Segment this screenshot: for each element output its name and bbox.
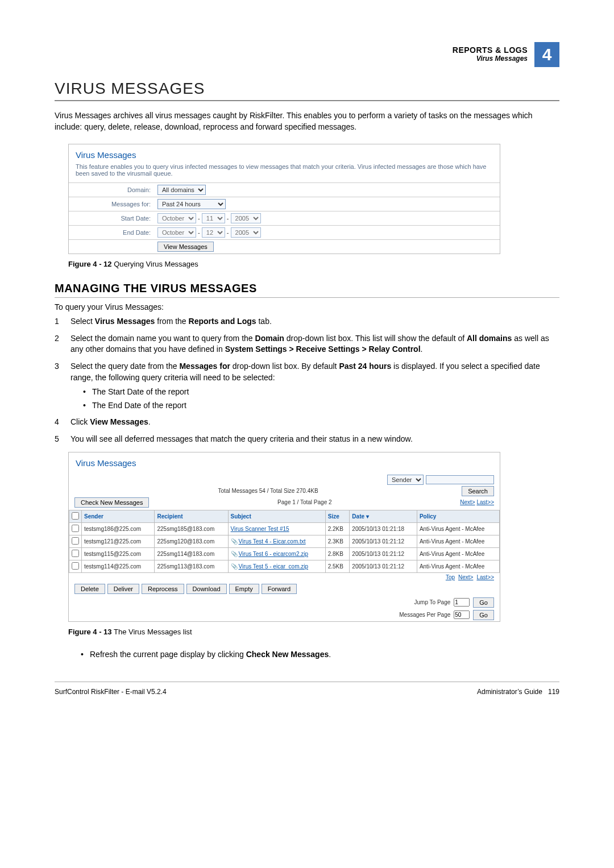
pager-top-link[interactable]: Top — [446, 574, 455, 580]
domain-label: Domain: — [69, 183, 154, 197]
jump-page-input[interactable] — [454, 598, 470, 607]
cell-size: 2.2KB — [325, 522, 350, 535]
page-title: VIRUS MESSAGES — [55, 80, 559, 101]
section-subtitle: MANAGING THE VIRUS MESSAGES — [55, 282, 559, 298]
page-header: REPORTS & LOGS Virus Messages 4 — [55, 45, 559, 80]
chapter-number-badge: 4 — [534, 42, 559, 67]
cell-recipient: 225smg185@183.com — [155, 522, 228, 535]
view-messages-button[interactable]: View Messages — [157, 242, 214, 252]
totals-text: Total Messages 54 / Total Size 270.4KB — [218, 488, 318, 494]
cell-date: 2005/10/13 01:21:18 — [350, 522, 417, 535]
header-subsection: Virus Messages — [453, 55, 528, 63]
row-checkbox[interactable] — [72, 537, 79, 545]
perpage-label: Messages Per Page — [399, 612, 450, 618]
jump-label: Jump To Page — [414, 599, 451, 605]
figure-caption-1: Figure 4 - 12 Querying Virus Messages — [68, 260, 559, 268]
lead-paragraph: Virus Messages archives all virus messag… — [55, 110, 559, 132]
pager-next-link-2[interactable]: Next> — [458, 574, 473, 580]
startdate-year-select[interactable]: 2005 — [231, 213, 261, 223]
refresh-note: Refresh the current page display by clic… — [81, 650, 559, 659]
delete-button[interactable]: Delete — [74, 584, 105, 594]
forward-button[interactable]: Forward — [262, 584, 297, 594]
step-5: You will see all deferred messages that … — [55, 434, 559, 445]
query-panel: Virus Messages This feature enables you … — [68, 144, 500, 254]
cell-subject: Virus Scanner Test #15 — [228, 522, 325, 535]
search-input[interactable] — [426, 475, 494, 484]
table-row: testsmg186@225.com225smg185@183.comVirus… — [69, 522, 500, 535]
step-4: Click View Messages. — [55, 417, 559, 428]
col-date[interactable]: Date ▾ — [350, 510, 417, 522]
cell-policy: Anti-Virus Agent - McAfee — [417, 535, 499, 547]
col-subject[interactable]: Subject — [228, 510, 325, 522]
sort-icon: ▾ — [366, 513, 369, 520]
table-row: testsmg114@225.com225smg113@183.comVirus… — [69, 560, 500, 572]
download-button[interactable]: Download — [186, 584, 227, 594]
step-2: Select the domain name you want to query… — [55, 333, 559, 355]
domain-select[interactable]: All domains — [157, 185, 206, 195]
figure-caption-2: Figure 4 - 13 The Virus Messages list — [68, 628, 559, 636]
step-3-bullet-2: The End Date of the report — [83, 400, 559, 412]
messagesfor-label: Messages for: — [69, 197, 154, 211]
cell-recipient: 225smg114@183.com — [155, 547, 228, 560]
enddate-year-select[interactable]: 2005 — [231, 227, 261, 238]
list-panel: Virus Messages Sender Total Messages 54 … — [68, 452, 500, 622]
steps-intro: To query your Virus Messages: — [55, 302, 559, 312]
search-button[interactable]: Search — [462, 486, 494, 496]
cell-subject: Virus Test 4 - Eicar.com.txt — [228, 535, 325, 547]
check-new-messages-button[interactable]: Check New Messages — [74, 497, 149, 508]
empty-button[interactable]: Empty — [229, 584, 259, 594]
step-1: Select Virus Messages from the Reports a… — [55, 316, 559, 327]
subject-link[interactable]: Virus Scanner Test #15 — [231, 526, 289, 532]
pager-last-link-2[interactable]: Last>> — [476, 574, 494, 580]
messages-table: Sender Recipient Subject Size Date ▾ Pol… — [69, 510, 500, 573]
cell-recipient: 225smg113@183.com — [155, 560, 228, 572]
step-3-bullet-1: The Start Date of the report — [83, 387, 559, 398]
startdate-day-select[interactable]: 11 — [202, 213, 225, 223]
row-checkbox[interactable] — [72, 550, 79, 557]
page-info: Page 1 / Total Page 2 — [277, 499, 331, 505]
jump-go-button[interactable]: Go — [473, 597, 494, 608]
col-sender[interactable]: Sender — [82, 510, 155, 522]
cell-policy: Anti-Virus Agent - McAfee — [417, 547, 499, 560]
header-section: REPORTS & LOGS — [453, 45, 528, 55]
col-policy[interactable]: Policy — [417, 510, 499, 522]
col-size[interactable]: Size — [325, 510, 350, 522]
row-checkbox[interactable] — [72, 525, 79, 532]
row-checkbox[interactable] — [72, 562, 79, 570]
perpage-go-button[interactable]: Go — [473, 610, 494, 620]
search-field-select[interactable]: Sender — [387, 475, 424, 485]
attachment-icon — [231, 538, 239, 545]
deliver-button[interactable]: Deliver — [107, 584, 139, 594]
step-3: Select the query date from the Messages … — [55, 361, 559, 411]
startdate-month-select[interactable]: October — [157, 213, 196, 223]
reprocess-button[interactable]: Reprocess — [142, 584, 184, 594]
cell-date: 2005/10/13 01:21:12 — [350, 547, 417, 560]
enddate-month-select[interactable]: October — [157, 227, 196, 238]
col-recipient[interactable]: Recipient — [155, 510, 228, 522]
table-row: testsmg115@225.com225smg114@183.comVirus… — [69, 547, 500, 560]
enddate-day-select[interactable]: 12 — [202, 227, 225, 238]
subject-link[interactable]: Virus Test 5 - eicar_com.zip — [239, 563, 308, 570]
query-panel-desc: This feature enables you to query virus … — [69, 163, 500, 182]
cell-sender: testsmg186@225.com — [82, 522, 155, 535]
cell-size: 2.8KB — [325, 547, 350, 560]
subject-link[interactable]: Virus Test 6 - eicarcom2.zip — [239, 551, 308, 557]
footer-guide: Administrator’s Guide — [477, 688, 542, 696]
select-all-checkbox[interactable] — [72, 512, 79, 520]
subject-link[interactable]: Virus Test 4 - Eicar.com.txt — [239, 538, 306, 545]
pager-next-link[interactable]: Next> — [460, 499, 475, 505]
cell-sender: testsmg121@225.com — [82, 535, 155, 547]
cell-subject: Virus Test 6 - eicarcom2.zip — [228, 547, 325, 560]
enddate-label: End Date: — [69, 226, 154, 240]
list-panel-title: Virus Messages — [69, 452, 500, 471]
attachment-icon — [231, 563, 239, 570]
footer-pagenum: 119 — [548, 688, 559, 696]
perpage-input[interactable] — [454, 610, 470, 619]
steps-list: Select Virus Messages from the Reports a… — [55, 316, 559, 445]
cell-date: 2005/10/13 01:21:12 — [350, 560, 417, 572]
pager-last-link[interactable]: Last>> — [476, 499, 494, 505]
cell-size: 2.5KB — [325, 560, 350, 572]
messagesfor-select[interactable]: Past 24 hours — [157, 199, 226, 209]
cell-subject: Virus Test 5 - eicar_com.zip — [228, 560, 325, 572]
cell-sender: testsmg114@225.com — [82, 560, 155, 572]
